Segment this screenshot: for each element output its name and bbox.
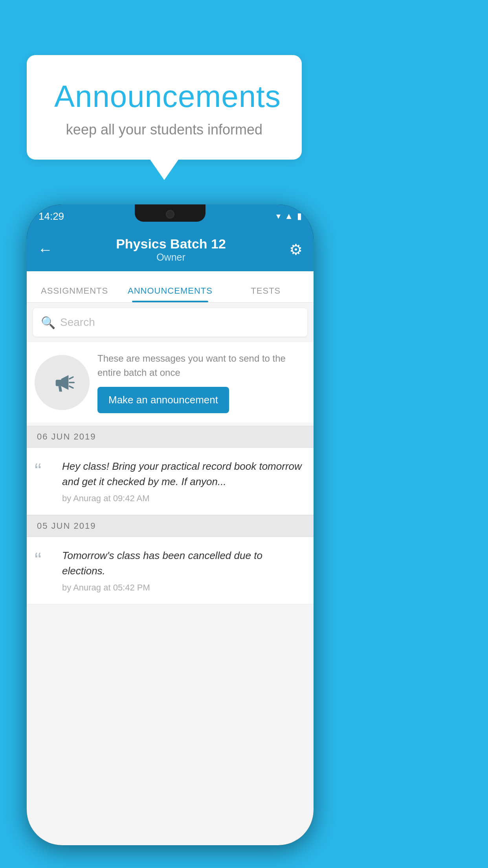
quote-icon-1: “ bbox=[35, 460, 54, 481]
ann-meta-1: by Anurag at 09:42 AM bbox=[62, 493, 306, 504]
make-announcement-button[interactable]: Make an announcement bbox=[97, 387, 229, 413]
search-bar[interactable]: 🔍 Search bbox=[33, 308, 307, 337]
svg-rect-0 bbox=[56, 380, 62, 386]
speech-bubble-title: Announcements bbox=[54, 79, 274, 114]
svg-line-3 bbox=[70, 386, 73, 388]
app-bar-title-group: Physics Batch 12 Owner bbox=[53, 236, 289, 263]
speech-bubble-tail bbox=[150, 160, 178, 180]
date-separator-1: 06 JUN 2019 bbox=[27, 426, 314, 448]
ann-message-1: Hey class! Bring your practical record b… bbox=[62, 459, 306, 489]
search-icon: 🔍 bbox=[41, 316, 55, 329]
phone-device: 14:29 ▾ ▲ ▮ ← Physics Batch 12 Owner ⚙ A… bbox=[27, 204, 314, 845]
megaphone-icon bbox=[48, 369, 76, 396]
ann-content-1: Hey class! Bring your practical record b… bbox=[62, 459, 306, 504]
app-bar-subtitle: Owner bbox=[53, 252, 289, 263]
announcement-promo: These are messages you want to send to t… bbox=[27, 342, 314, 423]
app-bar-title: Physics Batch 12 bbox=[53, 236, 289, 252]
signal-icon: ▲ bbox=[284, 211, 293, 221]
tabs-bar: ASSIGNMENTS ANNOUNCEMENTS TESTS bbox=[27, 271, 314, 303]
promo-icon-circle bbox=[35, 355, 90, 410]
back-button[interactable]: ← bbox=[38, 241, 53, 258]
promo-description: These are messages you want to send to t… bbox=[97, 351, 306, 380]
battery-icon: ▮ bbox=[297, 211, 302, 221]
phone-notch bbox=[135, 204, 205, 222]
date-separator-2: 05 JUN 2019 bbox=[27, 515, 314, 537]
tab-assignments[interactable]: ASSIGNMENTS bbox=[27, 286, 122, 302]
svg-line-1 bbox=[70, 377, 73, 379]
tab-tests[interactable]: TESTS bbox=[218, 286, 314, 302]
app-bar: ← Physics Batch 12 Owner ⚙ bbox=[27, 228, 314, 271]
settings-icon[interactable]: ⚙ bbox=[289, 241, 303, 258]
announcement-item-2[interactable]: “ Tomorrow's class has been cancelled du… bbox=[27, 537, 314, 604]
announcement-item-1[interactable]: “ Hey class! Bring your practical record… bbox=[27, 448, 314, 515]
speech-bubble-subtitle: keep all your students informed bbox=[54, 121, 274, 138]
ann-content-2: Tomorrow's class has been cancelled due … bbox=[62, 548, 306, 593]
quote-icon-2: “ bbox=[35, 550, 54, 570]
ann-message-2: Tomorrow's class has been cancelled due … bbox=[62, 548, 306, 579]
status-time: 14:29 bbox=[39, 210, 64, 223]
phone-screen: 🔍 Search These are bbox=[27, 303, 314, 845]
status-icons: ▾ ▲ ▮ bbox=[276, 211, 302, 221]
phone-wrapper: 14:29 ▾ ▲ ▮ ← Physics Batch 12 Owner ⚙ A… bbox=[27, 204, 314, 845]
speech-bubble-wrapper: Announcements keep all your students inf… bbox=[27, 55, 302, 180]
tab-announcements[interactable]: ANNOUNCEMENTS bbox=[122, 286, 218, 302]
wifi-icon: ▾ bbox=[276, 211, 281, 221]
ann-meta-2: by Anurag at 05:42 PM bbox=[62, 583, 306, 593]
phone-camera bbox=[166, 210, 174, 219]
search-placeholder: Search bbox=[60, 316, 95, 329]
promo-right: These are messages you want to send to t… bbox=[97, 351, 306, 413]
speech-bubble-card: Announcements keep all your students inf… bbox=[27, 55, 302, 160]
